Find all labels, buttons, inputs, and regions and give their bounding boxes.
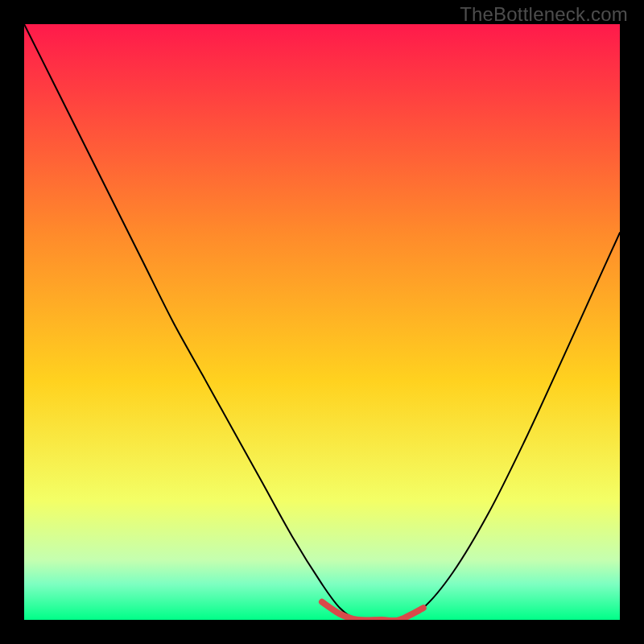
chart [24,24,620,620]
plot-background [24,24,620,620]
chart-frame: TheBottleneck.com [0,0,644,644]
watermark-text: TheBottleneck.com [460,3,628,26]
